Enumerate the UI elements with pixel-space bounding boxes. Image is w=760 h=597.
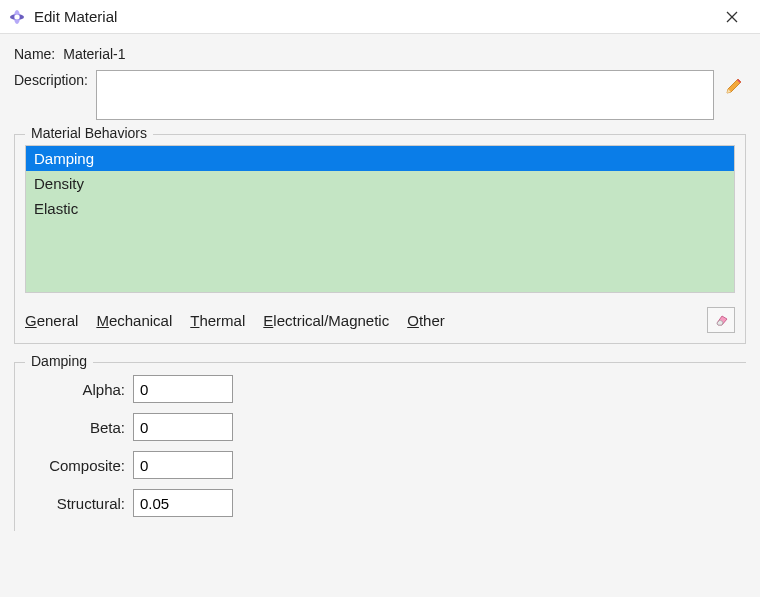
eraser-icon	[713, 313, 729, 327]
damping-legend: Damping	[25, 353, 93, 369]
svg-point-2	[15, 14, 20, 19]
close-icon	[726, 11, 738, 23]
window-title: Edit Material	[34, 8, 712, 25]
behavior-menu: General Mechanical Thermal Electrical/Ma…	[25, 307, 735, 333]
name-label: Name:	[14, 46, 55, 62]
param-row-structural: Structural:	[25, 489, 736, 517]
pencil-icon	[725, 77, 743, 95]
name-row: Name: Material-1	[14, 46, 746, 62]
alpha-input[interactable]	[133, 375, 233, 403]
menu-mechanical[interactable]: Mechanical	[96, 310, 172, 331]
alpha-label: Alpha:	[25, 381, 125, 398]
description-row: Description:	[14, 70, 746, 120]
param-row-alpha: Alpha:	[25, 375, 736, 403]
menu-thermal[interactable]: Thermal	[190, 310, 245, 331]
material-behaviors-group: Material Behaviors Damping Density Elast…	[14, 134, 746, 344]
damping-section: Damping Alpha: Beta: Composite: Structur…	[14, 362, 746, 531]
titlebar: Edit Material	[0, 0, 760, 34]
menu-electrical[interactable]: Electrical/Magnetic	[263, 310, 389, 331]
description-label: Description:	[14, 70, 88, 88]
behavior-item-damping[interactable]: Damping	[26, 146, 734, 171]
beta-label: Beta:	[25, 419, 125, 436]
delete-behavior-button[interactable]	[707, 307, 735, 333]
structural-label: Structural:	[25, 495, 125, 512]
behavior-item-density[interactable]: Density	[26, 171, 734, 196]
menu-other[interactable]: Other	[407, 310, 445, 331]
behavior-item-elastic[interactable]: Elastic	[26, 196, 734, 221]
structural-input[interactable]	[133, 489, 233, 517]
param-row-beta: Beta:	[25, 413, 736, 441]
beta-input[interactable]	[133, 413, 233, 441]
behaviors-list[interactable]: Damping Density Elastic	[25, 145, 735, 293]
name-value: Material-1	[63, 46, 125, 62]
param-row-composite: Composite:	[25, 451, 736, 479]
behaviors-legend: Material Behaviors	[25, 125, 153, 141]
composite-label: Composite:	[25, 457, 125, 474]
close-button[interactable]	[712, 3, 752, 31]
app-icon	[8, 8, 26, 26]
dialog-content: Name: Material-1 Description: Material B…	[0, 34, 760, 531]
composite-input[interactable]	[133, 451, 233, 479]
description-input[interactable]	[96, 70, 714, 120]
edit-description-button[interactable]	[722, 74, 746, 98]
menu-general[interactable]: General	[25, 310, 78, 331]
